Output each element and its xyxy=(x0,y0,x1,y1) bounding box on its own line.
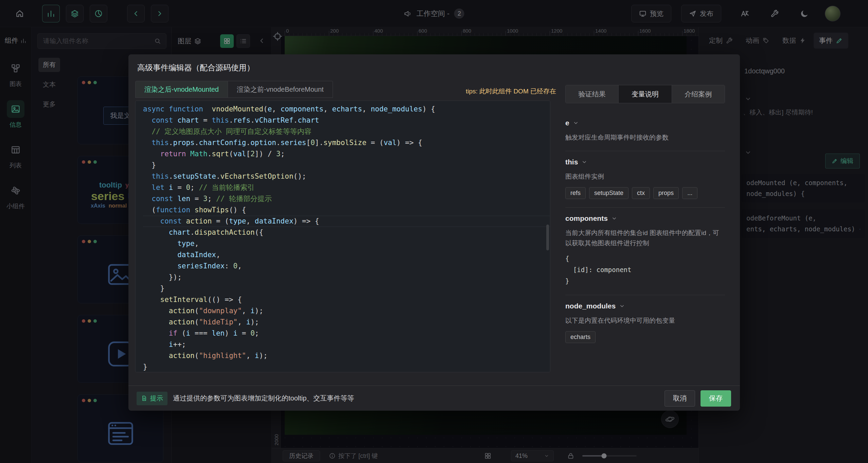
docs-tabs: 验证结果变量说明介绍案例 xyxy=(565,85,725,103)
code-line: this.props.chartConfig.option.series[0].… xyxy=(143,137,550,148)
code-editor[interactable]: async function vnodeMounted(e, component… xyxy=(135,101,550,372)
code-line: }); xyxy=(143,272,550,283)
code-line: chart.dispatchAction({ xyxy=(143,227,550,238)
param-chip: ctx xyxy=(632,187,650,199)
doc-section-tags: echarts xyxy=(565,331,725,343)
doc-section-code: { [id]: component } xyxy=(565,253,725,287)
doc-section-desc: 触发对应生命周期事件时接收的参数 xyxy=(565,132,725,143)
code-line: } xyxy=(143,283,550,294)
code-line: action("downplay", i); xyxy=(143,305,550,317)
docs-tab-验证结果[interactable]: 验证结果 xyxy=(566,85,618,103)
modal-tips-text: tips: 此时此组件 DOM 已经存在 xyxy=(466,87,556,96)
doc-section-name: e xyxy=(565,119,569,127)
code-line: const chart = this.refs.vChartRef.chart xyxy=(143,115,550,126)
param-chip: echarts xyxy=(565,331,596,343)
lifecycle-tab-before-mount[interactable]: 渲染之前-vnodeBeforeMount xyxy=(228,81,333,98)
code-line: i++; xyxy=(143,339,550,350)
doc-section-this: this图表组件实例refssetupStatectxprops... xyxy=(565,151,725,208)
modal-footer: 提示 通过提供的参数可为图表增加定制化的tooltip、交互事件等等 取消 保存 xyxy=(128,386,740,411)
code-editor-lines: async function vnodeMounted(e, component… xyxy=(143,104,550,372)
code-line: (function showTips() { xyxy=(143,204,550,216)
doc-section-desc: 以下是内置在代码环境中可用的包变量 xyxy=(565,316,725,326)
hint-badge-label: 提示 xyxy=(150,394,163,403)
lifecycle-tab-mounted[interactable]: 渲染之后-vnodeMounted xyxy=(135,81,228,98)
document-icon xyxy=(141,395,147,402)
doc-section-name: this xyxy=(565,158,578,166)
code-line: // 定义地图原点大小 同理可自定义标签等等内容 xyxy=(143,126,550,137)
doc-section-header[interactable]: node_modules xyxy=(565,302,725,310)
doc-section-tags: refssetupStatectxprops... xyxy=(565,187,725,199)
modal-title: 高级事件编辑器（配合源码使用） xyxy=(137,63,254,73)
hint-text: 通过提供的参数可为图表增加定制化的tooltip、交互事件等等 xyxy=(173,394,354,403)
doc-section-header[interactable]: e xyxy=(565,119,725,127)
doc-section-node_modules: node_modules以下是内置在代码环境中可用的包变量echarts xyxy=(565,295,725,351)
code-line: this.setupState.vEchartsSetOption(); xyxy=(143,171,550,182)
doc-section-desc: 当前大屏内所有组件的集合id 图表组件中的配置id，可以获取其他图表组件进行控制 xyxy=(565,228,725,248)
code-line: action("hideTip", i); xyxy=(143,317,550,328)
code-line: } xyxy=(143,361,550,372)
cancel-button[interactable]: 取消 xyxy=(665,390,695,407)
param-chip: props xyxy=(653,187,679,199)
param-chip: ... xyxy=(682,187,697,199)
app-root: 工作空间 - 2 预览 发布 组件 图表信息列表小组件 xyxy=(0,0,868,463)
code-line: } xyxy=(143,160,550,171)
doc-section-header[interactable]: components xyxy=(565,214,725,222)
param-chip: refs xyxy=(565,187,586,199)
code-line: async function vnodeMounted(e, component… xyxy=(143,104,550,115)
docs-tab-介绍案例[interactable]: 介绍案例 xyxy=(672,85,725,103)
chevron-down-icon xyxy=(573,120,579,126)
docs-sections: e触发对应生命周期事件时接收的参数this图表组件实例refssetupStat… xyxy=(565,112,725,351)
code-line: return Math.sqrt(val[2]) / 3; xyxy=(143,148,550,160)
chevron-down-icon xyxy=(581,159,587,165)
editor-scrollbar[interactable] xyxy=(546,225,549,250)
docs-tab-变量说明[interactable]: 变量说明 xyxy=(618,85,671,103)
chevron-down-icon xyxy=(619,303,625,309)
code-line: setInterval(() => { xyxy=(143,294,550,305)
code-line: const len = 3; // 轮播部分提示 xyxy=(143,193,550,204)
code-line: type, xyxy=(143,238,550,249)
doc-section-name: node_modules xyxy=(565,302,616,310)
code-line: if (i === len) i = 0; xyxy=(143,328,550,339)
save-button[interactable]: 保存 xyxy=(701,390,731,407)
code-line: const action = (type, dataIndex) => { xyxy=(143,216,550,227)
event-editor-modal: 高级事件编辑器（配合源码使用） 渲染之后-vnodeMounted渲染之前-vn… xyxy=(128,54,740,411)
doc-section-header[interactable]: this xyxy=(565,158,725,166)
code-line: dataIndex, xyxy=(143,249,550,261)
doc-section-name: components xyxy=(565,214,608,222)
param-chip: setupState xyxy=(589,187,628,199)
docs-panel: 验证结果变量说明介绍案例 e触发对应生命周期事件时接收的参数this图表组件实例… xyxy=(565,85,733,380)
doc-section-desc: 图表组件实例 xyxy=(565,172,725,182)
modal-actions: 取消 保存 xyxy=(665,390,731,407)
lifecycle-tabs: 渲染之后-vnodeMounted渲染之前-vnodeBeforeMount xyxy=(135,81,333,98)
code-line: action("highlight", i); xyxy=(143,350,550,361)
hint-badge: 提示 xyxy=(137,392,167,405)
chevron-down-icon xyxy=(611,215,617,221)
code-line: let i = 0; // 当前轮播索引 xyxy=(143,182,550,193)
doc-section-components: components当前大屏内所有组件的集合id 图表组件中的配置id，可以获取… xyxy=(565,208,725,295)
doc-section-e: e触发对应生命周期事件时接收的参数 xyxy=(565,112,725,151)
code-line: seriesIndex: 0, xyxy=(143,261,550,272)
